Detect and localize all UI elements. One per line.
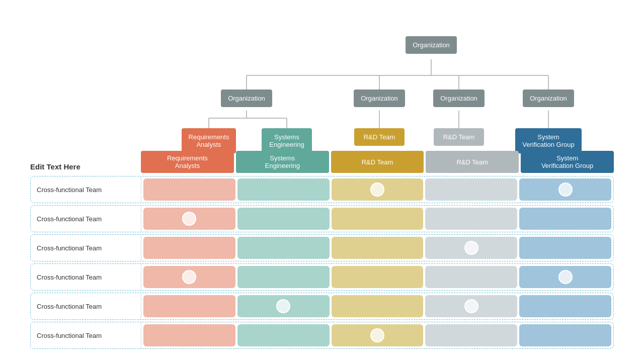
org-top-node[interactable]: Organization (396, 36, 466, 54)
matrix-section: Edit Text Here RequirementsAnalysts Syst… (30, 151, 614, 349)
org-tree: Organization Organization Organization O… (0, 10, 644, 156)
cell-5-2[interactable] (332, 324, 424, 346)
org-systems-engineering[interactable]: SystemsEngineering (262, 128, 312, 153)
matrix-header-row: Edit Text Here RequirementsAnalysts Syst… (30, 151, 614, 173)
cell-0-4[interactable] (519, 178, 611, 201)
circle-3-4 (558, 270, 573, 284)
org-level2-box-3[interactable]: Organization (433, 89, 485, 107)
cell-0-0[interactable] (143, 178, 235, 201)
row-label-0[interactable]: Cross-functional Team (31, 176, 141, 203)
table-row: Cross-functional Team (30, 322, 614, 349)
col-header-0[interactable]: RequirementsAnalysts (141, 151, 234, 173)
cell-2-1[interactable] (237, 237, 330, 259)
circle-0-2 (370, 183, 384, 197)
org-rd-team-1[interactable]: R&D Team (354, 128, 405, 146)
matrix-col-headers: RequirementsAnalysts SystemsEngineering … (141, 151, 614, 173)
row-cells-5 (141, 322, 613, 348)
cell-4-3[interactable] (425, 295, 517, 317)
org-level2-3[interactable]: Organization (424, 89, 494, 107)
cell-1-4[interactable] (519, 208, 611, 230)
org-level2-box-4[interactable]: Organization (523, 89, 574, 107)
circle-3-0 (182, 270, 196, 284)
cell-0-1[interactable] (237, 178, 330, 201)
col-header-3[interactable]: R&D Team (426, 151, 519, 173)
cell-5-0[interactable] (143, 324, 235, 346)
cell-5-3[interactable] (425, 324, 517, 346)
cell-2-0[interactable] (143, 237, 235, 259)
circle-4-3 (464, 299, 478, 313)
cell-5-4[interactable] (519, 324, 611, 346)
cell-0-2[interactable] (332, 178, 424, 201)
org-level2-4[interactable]: Organization (513, 89, 584, 107)
cell-4-4[interactable] (519, 295, 611, 317)
cell-3-3[interactable] (425, 266, 517, 288)
cell-3-0[interactable] (143, 266, 235, 288)
org-level3-3[interactable]: R&D Team (344, 128, 415, 146)
cell-2-4[interactable] (519, 237, 611, 259)
matrix-edit-label[interactable]: Edit Text Here (30, 162, 141, 173)
circle-4-1 (276, 299, 290, 313)
org-level3-5[interactable]: SystemVerification Group (513, 128, 584, 153)
cell-5-1[interactable] (237, 324, 330, 346)
org-system-verification[interactable]: SystemVerification Group (515, 128, 581, 153)
org-top-box[interactable]: Organization (406, 36, 457, 54)
cell-1-1[interactable] (237, 208, 330, 230)
row-cells-1 (141, 206, 613, 232)
row-cells-2 (141, 235, 613, 261)
cell-3-4[interactable] (519, 266, 611, 288)
org-level2-box-1[interactable]: Organization (221, 89, 272, 107)
cell-3-2[interactable] (332, 266, 424, 288)
row-label-5[interactable]: Cross-functional Team (31, 322, 141, 348)
circle-2-3 (464, 241, 478, 255)
table-row: Cross-functional Team (30, 234, 614, 261)
org-level3-1[interactable]: RequirementsAnalysts (174, 128, 244, 153)
cell-2-2[interactable] (332, 237, 424, 259)
org-level2-1[interactable]: Organization (211, 89, 282, 107)
row-label-4[interactable]: Cross-functional Team (31, 293, 141, 319)
org-rd-team-2[interactable]: R&D Team (434, 128, 484, 146)
org-requirements-analysts[interactable]: RequirementsAnalysts (182, 128, 236, 153)
cell-4-0[interactable] (143, 295, 235, 317)
col-header-2[interactable]: R&D Team (331, 151, 424, 173)
col-header-4[interactable]: SystemVerification Group (521, 151, 614, 173)
circle-0-4 (558, 183, 573, 197)
cell-4-2[interactable] (332, 295, 424, 317)
app: Organization Organization Organization O… (0, 0, 644, 362)
row-cells-3 (141, 264, 613, 290)
cell-2-3[interactable] (425, 237, 517, 259)
row-label-2[interactable]: Cross-functional Team (31, 235, 141, 261)
org-level2-box-2[interactable]: Organization (354, 89, 405, 107)
col-header-1[interactable]: SystemsEngineering (236, 151, 329, 173)
row-label-3[interactable]: Cross-functional Team (31, 264, 141, 290)
table-row: Cross-functional Team (30, 205, 614, 232)
cell-3-1[interactable] (237, 266, 330, 288)
cell-1-0[interactable] (143, 208, 235, 230)
org-level2-2[interactable]: Organization (344, 89, 415, 107)
cell-1-3[interactable] (425, 208, 517, 230)
cell-4-1[interactable] (237, 295, 330, 317)
cell-1-2[interactable] (332, 208, 424, 230)
org-level3-4[interactable]: R&D Team (424, 128, 494, 146)
table-row: Cross-functional Team (30, 293, 614, 320)
matrix-rows: Cross-functional Team Cross-functional T… (30, 176, 614, 349)
cell-0-3[interactable] (425, 178, 517, 201)
row-cells-0 (141, 176, 613, 203)
circle-1-0 (182, 212, 196, 226)
table-row: Cross-functional Team (30, 263, 614, 291)
circle-5-2 (370, 328, 384, 342)
row-cells-4 (141, 293, 613, 319)
row-label-1[interactable]: Cross-functional Team (31, 206, 141, 232)
table-row: Cross-functional Team (30, 176, 614, 203)
org-level3-2[interactable]: SystemsEngineering (252, 128, 322, 153)
